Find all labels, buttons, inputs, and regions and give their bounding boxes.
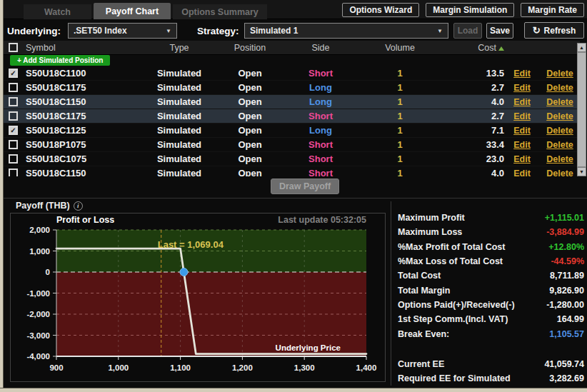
table-row[interactable]: S50U18P1075SimulatedOpenShort133.4EditDe… xyxy=(0,138,580,152)
total-margin-value: 9,826.90 xyxy=(549,286,584,296)
edit-link[interactable]: Edit xyxy=(504,169,540,177)
row-checkbox[interactable] xyxy=(9,140,18,149)
delete-link[interactable]: Delete xyxy=(540,126,580,136)
1st-step-comm-incl-vat-value: 164.99 xyxy=(557,314,584,324)
draw-payoff-button[interactable]: Draw Payoff xyxy=(271,179,339,194)
tab-bar: WatchPayoff ChartOptions Summary Options… xyxy=(4,0,587,19)
table-row[interactable]: ✓S50U18C1125SimulatedOpenLong17.1EditDel… xyxy=(0,124,580,138)
column-header-symbol[interactable]: Symbol xyxy=(26,43,143,53)
row-checkbox[interactable] xyxy=(9,154,18,164)
strategy-select[interactable]: Simulated 1 ▼ xyxy=(244,23,448,39)
table-scrollbar[interactable]: ▲ ▼ xyxy=(577,43,586,176)
scrollbar-thumb[interactable] xyxy=(577,52,586,167)
select-all-checkbox[interactable] xyxy=(9,43,18,52)
cost-cell: 2.7 xyxy=(443,111,504,121)
edit-link[interactable]: Edit xyxy=(504,140,540,150)
row-checkbox[interactable]: ✓ xyxy=(9,69,18,78)
delete-link[interactable]: Delete xyxy=(540,111,580,121)
type-cell: Simulated xyxy=(143,68,216,79)
row-checkbox[interactable] xyxy=(9,169,18,176)
table-row[interactable]: S50U18C1075SimulatedOpenShort123.0EditDe… xyxy=(0,152,580,166)
tab-options-summary[interactable]: Options Summary xyxy=(173,4,267,19)
table-row[interactable]: S50U18C1175SimulatedOpenLong12.7EditDele… xyxy=(0,81,580,95)
table-row[interactable]: S50U18C1150SimulatedOpenLong14.0EditDele… xyxy=(0,95,580,109)
type-cell: Simulated xyxy=(143,111,216,121)
column-header-side[interactable]: Side xyxy=(284,43,357,53)
side-cell: Long xyxy=(284,96,357,107)
last-update-label: Last update 05:32:05 xyxy=(278,215,366,225)
window-frame-bottom xyxy=(0,388,587,392)
y-tick-label: 1,000 xyxy=(29,247,50,256)
row-checkbox[interactable] xyxy=(9,111,18,121)
side-cell: Short xyxy=(284,154,357,164)
side-cell: Long xyxy=(284,125,357,136)
delete-link[interactable]: Delete xyxy=(540,169,580,177)
column-header-volume[interactable]: Volume xyxy=(357,43,443,53)
tab-payoff-chart[interactable]: Payoff Chart xyxy=(94,3,171,19)
table-header: SymbolTypePositionSideVolumeCost xyxy=(0,41,580,55)
chart-xlabel: Underlying Price xyxy=(276,343,341,352)
tab-watch[interactable]: Watch xyxy=(24,4,91,19)
info-icon[interactable]: i xyxy=(74,201,83,211)
y-tick-label: -4,000 xyxy=(26,352,50,361)
delete-link[interactable]: Delete xyxy=(540,154,580,164)
edit-link[interactable]: Edit xyxy=(504,154,540,164)
options-paid-received-label: Options Paid(+)/Received(-) xyxy=(398,300,515,310)
table-row[interactable]: S50U18C1150SimulatedOpenShort14.0EditDel… xyxy=(0,166,580,176)
refresh-button[interactable]: ↻ Refresh xyxy=(524,22,584,39)
delete-link[interactable]: Delete xyxy=(540,97,580,107)
underlying-select[interactable]: .SET50 Index ▼ xyxy=(68,23,177,39)
total-cost-label: Total Cost xyxy=(398,271,441,281)
margin-simulation-button[interactable]: Margin Simulation xyxy=(426,3,514,17)
scroll-down-icon[interactable]: ▼ xyxy=(577,167,586,176)
table-row[interactable]: S50U18C1175SimulatedOpenShort12.7EditDel… xyxy=(0,109,580,124)
break-even-value: 1,105.57 xyxy=(549,329,584,339)
table-row[interactable]: ✓S50U18C1100SimulatedOpenShort113.5EditD… xyxy=(0,66,580,81)
delete-link[interactable]: Delete xyxy=(540,69,580,79)
position-cell: Open xyxy=(216,139,284,150)
stat-row: Maximum Loss-3,884.99 xyxy=(398,225,584,239)
margin-rate-button[interactable]: Margin Rate xyxy=(521,3,584,17)
current-ee-value: 41,059.74 xyxy=(544,359,584,369)
load-button[interactable]: Load xyxy=(453,23,482,39)
row-checkbox[interactable] xyxy=(9,97,18,106)
edit-link[interactable]: Edit xyxy=(504,97,540,107)
scroll-up-icon[interactable]: ▲ xyxy=(577,43,586,52)
column-header-position[interactable]: Position xyxy=(216,43,284,53)
maximum-loss-label: Maximum Loss xyxy=(398,227,462,237)
cost-cell: 33.4 xyxy=(443,139,504,150)
position-cell: Open xyxy=(216,168,284,176)
payoff-panel-title: Payoff (THB) i xyxy=(16,201,83,211)
volume-cell: 1 xyxy=(357,125,443,136)
x-tick-label: 1,100 xyxy=(170,363,191,372)
save-button[interactable]: Save xyxy=(486,23,513,39)
add-simulated-position-button[interactable]: + Add Simulated Position xyxy=(10,55,110,66)
edit-link[interactable]: Edit xyxy=(504,83,540,93)
column-header-cost[interactable]: Cost xyxy=(443,43,504,53)
edit-link[interactable]: Edit xyxy=(504,126,540,136)
type-cell: Simulated xyxy=(143,168,216,176)
column-header-type[interactable]: Type xyxy=(143,43,216,53)
type-cell: Simulated xyxy=(143,154,216,164)
edit-link[interactable]: Edit xyxy=(504,111,540,121)
tab-strip: WatchPayoff ChartOptions Summary xyxy=(24,0,269,19)
row-checkbox[interactable]: ✓ xyxy=(9,126,18,135)
symbol-cell: S50U18C1175 xyxy=(26,111,143,121)
delete-link[interactable]: Delete xyxy=(540,83,580,93)
positions-table: ✓S50U18C1100SimulatedOpenShort113.5EditD… xyxy=(0,66,580,176)
x-tick-label: 900 xyxy=(49,363,63,372)
volume-cell: 1 xyxy=(357,139,443,150)
strategy-value: Simulated 1 xyxy=(250,26,298,36)
maximum-profit-value: +1,115.01 xyxy=(545,213,584,223)
column-header-label: Side xyxy=(311,43,329,53)
options-wizard-button[interactable]: Options Wizard xyxy=(342,3,419,17)
stat-row: Total Margin9,826.90 xyxy=(398,283,584,297)
top-button-group: Options WizardMargin SimulationMargin Ra… xyxy=(342,3,584,17)
side-cell: Short xyxy=(284,68,357,79)
cost-cell: 23.0 xyxy=(443,154,504,164)
symbol-cell: S50U18C1150 xyxy=(26,168,143,176)
row-checkbox[interactable] xyxy=(9,83,18,92)
edit-link[interactable]: Edit xyxy=(504,69,540,79)
symbol-cell: S50U18C1075 xyxy=(26,154,143,164)
delete-link[interactable]: Delete xyxy=(540,140,580,150)
